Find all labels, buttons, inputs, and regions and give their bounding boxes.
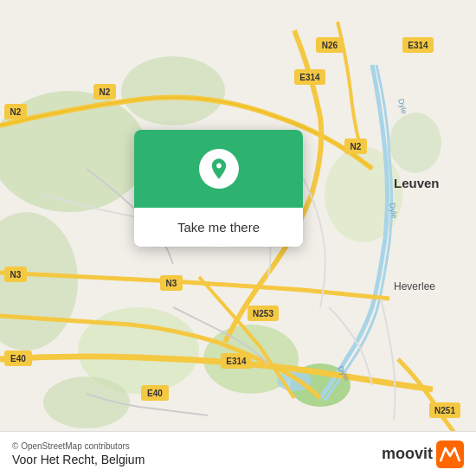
svg-point-1	[121, 56, 225, 125]
moovit-icon	[436, 441, 464, 468]
svg-text:E314: E314	[408, 41, 428, 50]
svg-text:N251: N251	[434, 406, 455, 415]
popup-tail	[210, 245, 228, 247]
svg-text:E314: E314	[226, 357, 247, 366]
svg-text:Dyle: Dyle	[396, 98, 408, 115]
location-pin-icon	[199, 149, 239, 189]
svg-text:Leuven: Leuven	[394, 176, 440, 190]
svg-point-8	[389, 113, 441, 173]
map-container: N26 E314 N2 N2 N2 E314 N3 N3 N253 E40 E4…	[0, 0, 476, 476]
svg-text:N26: N26	[322, 41, 338, 50]
svg-text:E40: E40	[10, 354, 26, 363]
svg-text:N3: N3	[10, 270, 22, 280]
svg-text:N2: N2	[10, 107, 22, 117]
svg-text:E314: E314	[299, 73, 320, 82]
moovit-text: moovit	[382, 445, 433, 463]
moovit-logo: moovit	[382, 441, 464, 468]
take-me-there-button[interactable]: Take me there	[134, 208, 303, 247]
svg-text:Heverlee: Heverlee	[394, 280, 435, 293]
osm-attribution: © OpenStreetMap contributors	[12, 441, 145, 451]
bottom-left: © OpenStreetMap contributors Voor Het Re…	[12, 441, 145, 466]
popup-header	[134, 130, 303, 208]
svg-text:N2: N2	[100, 87, 111, 97]
button-label: Take me there	[177, 220, 260, 235]
location-name: Voor Het Recht, Belgium	[12, 453, 145, 466]
svg-text:E40: E40	[147, 389, 163, 398]
popup-card: Take me there	[134, 130, 303, 247]
svg-text:N2: N2	[351, 142, 362, 151]
svg-text:N253: N253	[253, 309, 273, 318]
bottom-bar: © OpenStreetMap contributors Voor Het Re…	[0, 431, 476, 476]
svg-text:N3: N3	[166, 279, 177, 288]
